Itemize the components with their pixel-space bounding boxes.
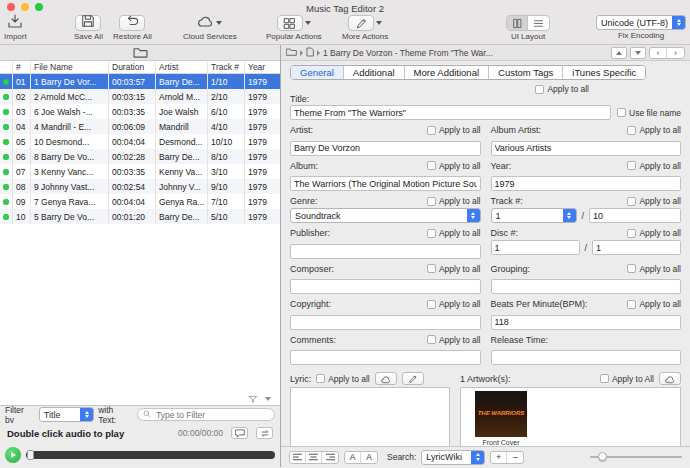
- composer-apply-checkbox[interactable]: Apply to all: [427, 264, 481, 274]
- release-time-input[interactable]: [491, 350, 682, 365]
- fix-encoding-label[interactable]: Fix Encoding: [618, 31, 664, 40]
- year-input[interactable]: [491, 176, 682, 191]
- align-center-button[interactable]: [306, 452, 322, 463]
- artwork-apply-checkbox[interactable]: Apply to All: [600, 374, 654, 384]
- collapse-filter-chevron-icon[interactable]: [265, 397, 271, 401]
- slider-knob[interactable]: [598, 452, 607, 461]
- lyric-cloud-button[interactable]: [375, 372, 397, 385]
- composer-input[interactable]: [290, 279, 481, 294]
- checkbox-icon: [427, 161, 436, 170]
- tab-itunes-specific[interactable]: iTunes Specific: [563, 66, 645, 79]
- copyright-input[interactable]: [290, 315, 481, 330]
- table-row[interactable]: 089 Johnny Vast...00:02:54Johnny V...9/1…: [0, 179, 280, 194]
- artist-input[interactable]: [290, 141, 481, 156]
- import-button[interactable]: Import: [4, 15, 27, 41]
- tab-more-additional[interactable]: More Additional: [405, 66, 489, 79]
- align-left-button[interactable]: [290, 452, 306, 463]
- artwork-thumbnail[interactable]: THE WARRIORS: [475, 391, 527, 437]
- album-artist-input[interactable]: [491, 141, 682, 156]
- seek-knob[interactable]: [27, 450, 34, 460]
- album-apply-checkbox[interactable]: Apply to all: [427, 161, 481, 171]
- folder-icon[interactable]: [133, 44, 148, 62]
- save-all-button[interactable]: Save All: [74, 15, 103, 41]
- layout-rows-button[interactable]: [528, 16, 549, 30]
- title-input[interactable]: [290, 105, 611, 120]
- previous-file-button[interactable]: ‹: [650, 48, 667, 58]
- disc-total-input[interactable]: [592, 240, 681, 255]
- font-larger-button[interactable]: A: [361, 452, 377, 463]
- bpm-input[interactable]: [491, 315, 682, 330]
- artwork-zoom-slider[interactable]: [590, 456, 682, 458]
- track-total-input[interactable]: [589, 208, 681, 223]
- apply-all-top-checkbox[interactable]: Apply to all: [535, 84, 589, 94]
- filter-field-popup[interactable]: Title: [39, 407, 94, 422]
- table-row[interactable]: 011 Barry De Vor...00:03:57Barry De...1/…: [0, 74, 280, 89]
- seek-bar[interactable]: [26, 451, 275, 459]
- album-input[interactable]: [290, 176, 481, 191]
- lyric-edit-button[interactable]: [402, 372, 424, 385]
- green-status-dot-icon: [3, 139, 9, 145]
- artist-apply-checkbox[interactable]: Apply to all: [427, 125, 481, 135]
- year-apply-checkbox[interactable]: Apply to all: [627, 161, 681, 171]
- publisher-input[interactable]: [290, 244, 481, 259]
- table-row[interactable]: 097 Genya Rava...00:04:04Genya Ra...7/10…: [0, 194, 280, 209]
- column-track[interactable]: Track #: [208, 61, 245, 73]
- align-right-button[interactable]: [322, 452, 338, 463]
- disc-apply-checkbox[interactable]: Apply to all: [627, 228, 681, 238]
- more-actions-button[interactable]: More Actions: [342, 15, 388, 41]
- publisher-apply-checkbox[interactable]: Apply to all: [427, 228, 481, 238]
- restore-all-button[interactable]: Restore All: [113, 15, 152, 41]
- table-row[interactable]: 036 Joe Walsh -...00:03:35Joe Walsh6/101…: [0, 104, 280, 119]
- column-number[interactable]: #: [13, 61, 31, 73]
- layout-columns-button[interactable]: [507, 16, 528, 30]
- filter-search-input[interactable]: [154, 409, 269, 421]
- genre-popup[interactable]: Soundtrack: [290, 208, 481, 223]
- remove-button[interactable]: –: [507, 452, 523, 463]
- grouping-apply-checkbox[interactable]: Apply to all: [627, 264, 681, 274]
- close-button[interactable]: [7, 3, 15, 11]
- encoding-popup[interactable]: Unicode (UTF-8): [596, 15, 686, 30]
- cloud-services-button[interactable]: Cloud Services: [183, 15, 237, 41]
- tab-general[interactable]: General: [291, 66, 344, 79]
- popular-actions-button[interactable]: Popular Actions: [266, 15, 322, 41]
- track-number-popup[interactable]: 1: [491, 208, 577, 223]
- column-status[interactable]: [0, 61, 13, 73]
- genre-apply-checkbox[interactable]: Apply to all: [427, 196, 481, 206]
- table-row[interactable]: 022 Arnold McC...00:03:15Arnold M...2/10…: [0, 89, 280, 104]
- move-up-button[interactable]: [611, 47, 627, 59]
- album-artist-apply-checkbox[interactable]: Apply to all: [627, 125, 681, 135]
- column-year[interactable]: Year: [245, 61, 280, 73]
- column-artist[interactable]: Artist: [156, 61, 208, 73]
- artwork-cloud-button[interactable]: [659, 372, 681, 385]
- table-row[interactable]: 044 Mandrill - E...00:06:09Mandrill4/101…: [0, 119, 280, 134]
- column-file-name[interactable]: File Name: [31, 61, 109, 73]
- play-button[interactable]: [5, 447, 21, 463]
- column-duration[interactable]: Duration: [109, 61, 156, 73]
- lyric-apply-checkbox[interactable]: Apply to all: [316, 374, 370, 384]
- tab-custom-tags[interactable]: Custom Tags: [489, 66, 563, 79]
- minimize-button[interactable]: [21, 3, 29, 11]
- table-row[interactable]: 068 Barry De Vo...00:02:28Barry De...8/1…: [0, 149, 280, 164]
- comments-input[interactable]: [290, 350, 481, 365]
- move-down-button[interactable]: [630, 47, 646, 59]
- filter-search-field[interactable]: [137, 408, 275, 421]
- loop-button[interactable]: [256, 427, 273, 439]
- tab-additional[interactable]: Additional: [344, 66, 405, 79]
- track-apply-checkbox[interactable]: Apply to all: [627, 196, 681, 206]
- zoom-button[interactable]: [35, 3, 43, 11]
- table-row[interactable]: 105 Barry De Vo...00:01:20Barry De...5/1…: [0, 209, 280, 224]
- table-row[interactable]: 073 Kenny Vanc...00:03:35Kenny Va...3/10…: [0, 164, 280, 179]
- copyright-apply-checkbox[interactable]: Apply to all: [427, 299, 481, 309]
- font-smaller-button[interactable]: A: [345, 452, 361, 463]
- disc-number-input[interactable]: [491, 240, 580, 255]
- grouping-input[interactable]: [491, 279, 682, 294]
- bpm-apply-checkbox[interactable]: Apply to all: [627, 299, 681, 309]
- lyric-textarea[interactable]: [290, 387, 450, 446]
- table-row[interactable]: 0510 Desmond...00:04:04Desmond...10/1019…: [0, 134, 280, 149]
- next-file-button[interactable]: ›: [667, 48, 684, 58]
- add-button[interactable]: +: [491, 452, 507, 463]
- comment-bubble-button[interactable]: [231, 427, 248, 439]
- use-file-name-checkbox[interactable]: Use file name: [617, 108, 681, 118]
- search-provider-popup[interactable]: LyricWiki: [421, 450, 485, 465]
- comments-apply-checkbox[interactable]: Apply to all: [427, 335, 481, 345]
